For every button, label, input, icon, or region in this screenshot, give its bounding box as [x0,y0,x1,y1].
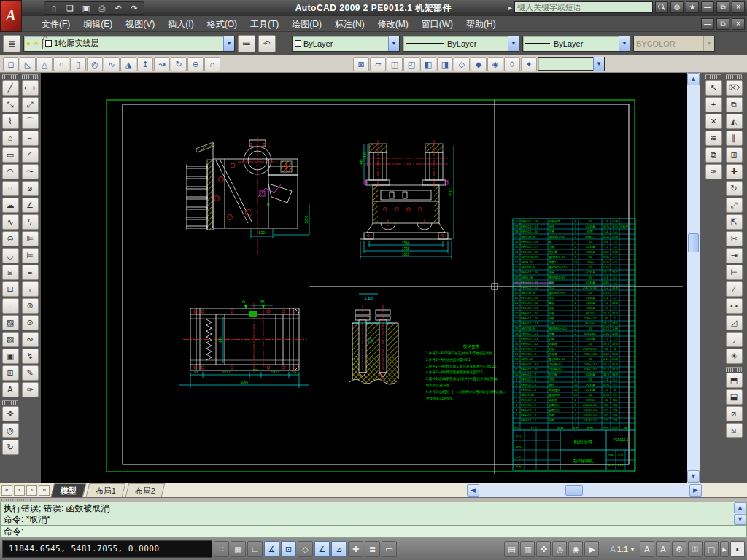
clean-screen-corner-button[interactable]: ▪ [730,541,745,557]
minimize-button[interactable]: — [701,1,714,13]
modify-tool-button[interactable]: ✳ [726,349,743,364]
command-input[interactable]: 命令: [0,526,747,538]
draw-tool-button[interactable]: ⤡ [2,97,19,112]
command-history[interactable]: 执行错误; 错误: 函数被取消 命令: *取消* ▲ ▼ [0,502,747,526]
dimension-tool-button[interactable]: ⤢ [22,97,39,112]
draw-tool-button[interactable]: ☁ [2,198,19,213]
lineweight-dropdown[interactable]: ▼ [619,36,630,51]
modify-tool-button[interactable]: ⌿ [726,281,743,297]
status-nav-button[interactable]: ▤ [504,541,519,557]
visual-style-button[interactable]: ▱ [370,57,386,71]
toolbar-grip[interactable] [2,400,18,405]
draw-tool-button[interactable]: ∿ [2,214,19,230]
status-toggle-button[interactable]: ≣ [365,541,380,557]
dimension-tool-button[interactable]: ϟ [22,214,39,230]
status-toggle-button[interactable]: ◇ [298,541,313,557]
restore-button[interactable]: ⧉ [716,1,729,13]
dimension-tool-button[interactable]: ✎ [22,365,39,381]
multileader-tool-button[interactable]: ⧉ [705,147,722,163]
modeling-tool-button[interactable]: ○ [53,57,69,71]
visual-style-button[interactable]: ◰ [403,57,419,71]
status-toggle-button[interactable]: ∠ [314,541,330,557]
menu-item[interactable]: 文件(F) [35,16,77,32]
modify-tool-button[interactable]: ◭ [726,114,743,129]
draw-tool-button[interactable]: A [2,382,19,397]
status-sys-button[interactable]: A [656,541,670,557]
menu-item[interactable]: 绘图(D) [285,16,328,32]
coordinate-display[interactable]: 11844.6545, 5481.7055, 0.0000 [2,540,212,558]
draw-tool-button[interactable]: ◡ [2,248,19,263]
modeling-tool-button[interactable]: ∩ [204,57,220,71]
toolbar-grip[interactable] [22,74,38,79]
draw-tool-button[interactable]: ○ [2,181,19,196]
toolbar-grip[interactable] [2,74,18,79]
layer-combo-dropdown[interactable]: ▼ [223,36,234,51]
modeling-tool-button[interactable]: ↝ [154,57,170,71]
draw-tool-button[interactable]: ▨ [2,315,19,330]
toolbar-grip[interactable] [726,367,742,372]
status-nav-button[interactable]: ▶ [584,541,599,557]
status-sys-button[interactable]: ⚙ [672,541,686,557]
dimension-tool-button[interactable]: ⌀ [22,181,39,196]
menu-browser-arrow-icon[interactable]: ▸ [508,4,512,12]
lineweight-control-combo[interactable]: ByLayer ▼ [522,36,630,52]
menu-item[interactable]: 编辑(E) [77,16,119,32]
draw-tool-button[interactable]: ⊞ [2,365,19,381]
toolbar-grip[interactable] [726,74,742,79]
visual-style-button[interactable]: ⊠ [353,57,369,71]
modify-tool-button[interactable]: ∥ [726,131,743,146]
menu-item[interactable]: 帮助(H) [460,16,503,32]
visual-style-button[interactable]: ◫ [387,57,403,71]
nav-tool-button[interactable]: ✜ [2,406,19,421]
draw-tool-button[interactable]: ╱ [2,80,19,96]
layer-previous-button[interactable]: ↶ [258,35,276,52]
layer-properties-manager-button[interactable]: ≣ [3,35,20,52]
menu-item[interactable]: 插入(I) [161,16,200,32]
tab-last-icon[interactable]: » [39,485,50,496]
modeling-tool-button[interactable]: ∿ [104,57,120,71]
scroll-up-icon[interactable]: ▲ [687,73,700,85]
status-toggle-button[interactable]: ⊡ [281,541,296,557]
status-toggle-button[interactable]: ∟ [247,541,263,557]
draw-tool-button[interactable]: ⊡ [2,281,19,297]
horizontal-scroll-thumb[interactable] [565,485,583,496]
status-sys-button[interactable]: A [640,541,654,557]
doc-minimize-button[interactable]: — [701,18,714,30]
modify-tool-button[interactable]: ◞ [726,332,743,347]
dimension-tool-button[interactable]: ≡ [22,265,39,280]
visual-style-dropdown[interactable]: ▼ [593,57,604,71]
draw-tool-button[interactable]: ⊜ [2,231,19,246]
layer-freeze-sun-icon[interactable]: ☀ [33,39,39,47]
drawing-canvas[interactable]: 520 1285 B [41,73,687,483]
dimension-tool-button[interactable]: ⊨ [22,248,39,263]
modeling-tool-button[interactable]: ◻ [3,57,19,71]
menu-item[interactable]: 视图(V) [119,16,161,32]
layer-combo[interactable]: ● ☀ 1轮廓实线层 ▼ [23,36,235,52]
visual-style-button[interactable]: ◨ [437,57,453,71]
modeling-tool-button[interactable]: ↻ [171,57,187,71]
draw-tool-button[interactable]: ▧ [2,332,19,347]
status-nav-button[interactable]: ▥ [520,541,535,557]
multileader-tool-button[interactable]: ≋ [705,131,722,146]
modify-tool-button[interactable]: ⤢ [726,198,743,213]
tab-layout1[interactable]: 布局1 [86,483,126,497]
draw-tool-button[interactable]: ▭ [2,147,19,163]
favorites-star-icon[interactable]: ★ [686,1,699,13]
modify-tool-button[interactable]: ⇥ [726,248,743,263]
search-icon[interactable] [655,1,668,13]
status-sys-button[interactable]: ▢ [704,541,719,557]
tab-prev-icon[interactable]: ‹ [14,485,25,496]
modeling-tool-button[interactable]: ⊖ [187,57,204,71]
visual-style-button[interactable]: ◇ [454,57,470,71]
menu-item[interactable]: 修改(M) [371,16,415,32]
nav-tool-button[interactable]: ◎ [2,423,19,438]
scroll-up-icon[interactable]: ▲ [734,502,746,513]
dimension-tool-button[interactable]: ⟷ [22,80,39,96]
visual-style-button[interactable]: ◆ [471,57,487,71]
draworder-tool-button[interactable]: ⧅ [726,423,743,438]
modify-tool-button[interactable]: ⌦ [726,80,743,96]
dimension-tool-button[interactable]: ⊙ [22,315,39,330]
color-control-combo[interactable]: ByLayer ▼ [292,36,400,52]
scroll-down-icon[interactable]: ▼ [687,470,700,483]
dimension-tool-button[interactable]: ⌐ [22,131,39,146]
